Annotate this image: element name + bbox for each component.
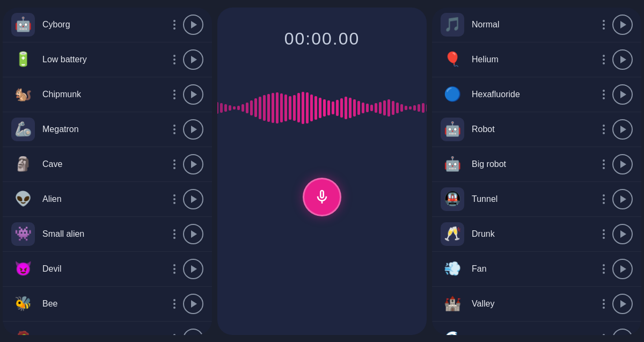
chipmunk-more-button[interactable] <box>170 86 179 103</box>
wave-bar <box>332 101 334 114</box>
small-alien-name: Small alien <box>42 229 170 239</box>
wave-bar <box>220 103 223 113</box>
list-item: 🤖Big robot <box>432 147 641 182</box>
list-item: 😈Devil <box>3 252 212 287</box>
bee-icon: 🐝 <box>11 292 35 316</box>
normal-icon: 🎵 <box>441 13 464 37</box>
robot-play-button[interactable] <box>612 119 633 140</box>
hexafluoride-play-button[interactable] <box>612 84 633 105</box>
wave-bar <box>237 106 240 110</box>
left-panel: 🤖Cyborg🔋Low battery🐿️Chipmunk🦾Megatron🗿C… <box>3 8 212 335</box>
wave-bar <box>246 103 248 113</box>
cave-name: Cave <box>42 159 170 169</box>
list-item: 👾Small alien <box>3 217 212 252</box>
wave-bar <box>276 92 279 123</box>
list-item: 🗿Cave <box>3 147 212 182</box>
wave-bar <box>310 94 313 121</box>
valley-icon: 🏰 <box>441 292 464 316</box>
devil-play-button[interactable] <box>183 259 203 279</box>
low-battery-name: Low battery <box>42 55 170 64</box>
waveform-container <box>231 81 413 135</box>
cyborg-icon: 🤖 <box>11 13 35 37</box>
cave-icon: 🗿 <box>11 152 35 176</box>
helium-more-button[interactable] <box>599 52 608 68</box>
list-item: 🏰Valley <box>432 287 641 322</box>
list-item: 🎵Normal <box>432 8 641 42</box>
underwater-more-button[interactable] <box>599 331 608 335</box>
underwater-name: Underwater <box>472 334 599 335</box>
wave-bar <box>366 104 369 112</box>
drunk-more-button[interactable] <box>599 226 608 242</box>
small-alien-more-button[interactable] <box>170 226 179 242</box>
right-effect-list: 🎵Normal🎈Helium🔵Hexafluoride🤖Robot🤖Big ro… <box>432 8 641 335</box>
tunnel-icon: 🚇 <box>441 187 464 211</box>
wave-bar <box>224 104 227 112</box>
tunnel-name: Tunnel <box>472 194 599 204</box>
big-robot-more-button[interactable] <box>599 156 608 172</box>
list-item: 🤖Cyborg <box>3 8 212 42</box>
tunnel-more-button[interactable] <box>599 191 608 207</box>
wave-bar <box>327 100 330 115</box>
small-alien-icon: 👾 <box>11 222 35 246</box>
normal-more-button[interactable] <box>599 17 608 33</box>
fan-more-button[interactable] <box>599 261 608 277</box>
zombie-play-button[interactable] <box>183 329 203 335</box>
alien-icon: 👽 <box>11 187 35 211</box>
hexafluoride-more-button[interactable] <box>599 86 608 103</box>
cave-more-button[interactable] <box>170 156 179 172</box>
wave-bar <box>362 103 364 113</box>
underwater-play-button[interactable] <box>612 329 633 335</box>
wave-bar <box>370 105 373 111</box>
alien-more-button[interactable] <box>170 191 179 207</box>
low-battery-icon: 🔋 <box>11 48 35 71</box>
list-item: 🐿️Chipmunk <box>3 77 212 112</box>
drunk-play-button[interactable] <box>612 224 633 244</box>
wave-bar <box>297 93 300 122</box>
tunnel-play-button[interactable] <box>612 189 633 209</box>
wave-bar <box>293 95 296 121</box>
wave-bar <box>387 99 390 117</box>
small-alien-play-button[interactable] <box>183 224 203 244</box>
alien-play-button[interactable] <box>183 189 203 209</box>
bee-more-button[interactable] <box>170 296 179 312</box>
mic-button[interactable] <box>303 178 341 216</box>
megatron-play-button[interactable] <box>183 119 203 140</box>
zombie-more-button[interactable] <box>170 331 179 335</box>
bee-play-button[interactable] <box>183 294 203 314</box>
cyborg-more-button[interactable] <box>170 17 179 33</box>
cyborg-play-button[interactable] <box>183 14 203 35</box>
wave-bar <box>272 93 274 123</box>
right-panel: 🎵Normal🎈Helium🔵Hexafluoride🤖Robot🤖Big ro… <box>432 8 641 335</box>
low-battery-play-button[interactable] <box>183 49 203 70</box>
valley-more-button[interactable] <box>599 296 608 312</box>
helium-play-button[interactable] <box>612 49 633 70</box>
wave-bar <box>413 105 416 111</box>
wave-bar <box>340 98 343 118</box>
wave-bar <box>229 105 231 111</box>
robot-icon: 🤖 <box>441 118 464 141</box>
cave-play-button[interactable] <box>183 154 203 174</box>
chipmunk-play-button[interactable] <box>183 84 203 105</box>
valley-play-button[interactable] <box>612 294 633 314</box>
devil-more-button[interactable] <box>170 261 179 277</box>
wave-bar <box>314 96 317 120</box>
helium-icon: 🎈 <box>441 48 464 71</box>
wave-bar <box>319 98 321 118</box>
low-battery-more-button[interactable] <box>170 52 179 68</box>
wave-bar <box>392 101 394 115</box>
megatron-icon: 🦾 <box>11 118 35 141</box>
normal-play-button[interactable] <box>612 14 633 35</box>
zombie-icon: 🧟 <box>11 327 35 335</box>
megatron-more-button[interactable] <box>170 121 179 137</box>
wave-bar <box>284 94 287 121</box>
devil-icon: 😈 <box>11 257 35 281</box>
list-item: 🦾Megatron <box>3 112 212 147</box>
fan-play-button[interactable] <box>612 259 633 279</box>
wave-bar <box>259 97 261 119</box>
wave-bar <box>217 102 218 114</box>
wave-bar <box>336 100 339 116</box>
big-robot-play-button[interactable] <box>612 154 633 174</box>
robot-more-button[interactable] <box>599 121 608 137</box>
list-item: 🔋Low battery <box>3 42 212 77</box>
drunk-icon: 🥂 <box>441 222 464 246</box>
